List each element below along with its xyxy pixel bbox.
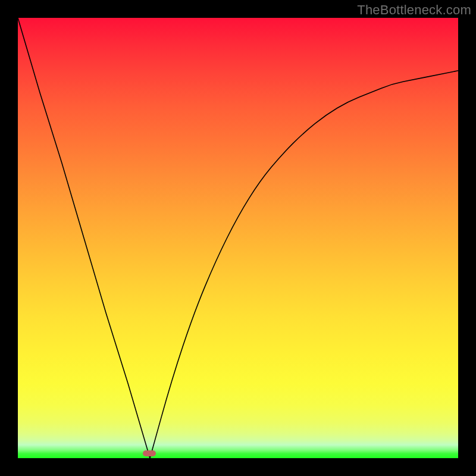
watermark-text: TheBottleneck.com [357, 2, 471, 18]
bottleneck-curve [18, 18, 458, 458]
curve-path [18, 18, 458, 458]
plot-area [18, 18, 458, 458]
valley-marker [143, 450, 156, 456]
chart-container: TheBottleneck.com [0, 0, 476, 476]
